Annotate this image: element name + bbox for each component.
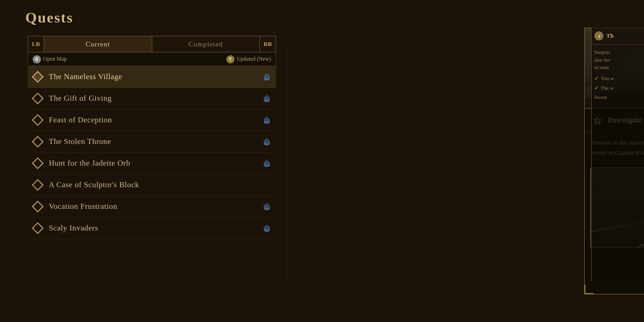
svg-rect-4 [264,165,270,167]
quest-list-item[interactable]: Scaly Invaders [28,218,276,239]
tab-completed[interactable]: Completed [152,36,260,52]
svg-rect-0 [264,78,270,80]
svg-rect-6 [264,230,270,231]
quest-item-name: Vocation Frustration [49,202,261,211]
quest-item-icon [31,200,44,213]
quest-list-item[interactable]: The Stolen Throne [28,131,276,153]
tab-current[interactable]: Current [44,36,152,52]
quest-list: The Nameless Village The Gift of Giving … [28,66,276,239]
svg-rect-3 [264,143,270,145]
svg-rect-2 [264,121,270,123]
quest-item-icon [31,70,44,83]
tab-rb-label: RB [259,36,276,52]
open-map-button[interactable]: R Open Map [28,55,71,63]
quest-hand-icon [261,136,272,147]
far-right-check-1: ✓ You w [594,75,641,82]
quest-item-icon [31,178,44,191]
tab-lb-label: LB [28,36,44,52]
sub-header: R Open Map Y Updated (New) [28,52,276,66]
screen: Quests LB Current Completed RB R Open Ma… [0,0,644,322]
quest-hand-icon [261,201,272,212]
quest-item-name: The Nameless Village [49,72,261,81]
tab-bar: LB Current Completed RB [28,36,276,52]
quest-list-item[interactable]: Hunt for the Jadeite Orb [28,153,276,174]
far-right-check-3: Invest [594,94,641,100]
far-right-content: Surpris/ulse So/ul runn ✓ You w ✓ The w … [592,45,644,104]
quest-item-name: Feast of Deception [49,115,261,125]
updated-new-label: Y Updated (New) [222,55,276,63]
quest-hand-icon [261,115,272,126]
open-map-label: Open Map [43,56,67,63]
far-right-check-2: ✓ The w [594,85,641,92]
quest-item-icon [31,92,44,105]
quest-item-name: The Stolen Throne [49,137,261,146]
far-right-title: Th [606,32,614,40]
quest-hand-icon [261,158,272,169]
quest-item-name: A Case of Sculptor's Block [49,180,272,190]
quest-list-item[interactable]: The Nameless Village [28,66,276,88]
left-panel: Quests LB Current Completed RB R Open Ma… [0,0,288,322]
quest-list-item[interactable]: The Gift of Giving [28,88,276,109]
quest-item-icon [31,135,44,148]
quest-list-item[interactable]: A Case of Sculptor's Block [28,174,276,196]
quest-hand-icon [261,71,272,82]
right-panel: Investigate the false Sovran and report … [288,0,644,322]
far-right-panel: ⬧ Th Surpris/ulse So/ul runn ✓ You w ✓ T… [591,28,644,281]
r-badge: R [33,55,41,63]
quest-item-icon [31,114,44,126]
page-title: Quests [25,9,73,26]
svg-rect-5 [264,208,270,210]
y-badge: Y [226,55,235,63]
quest-item-icon [31,157,44,170]
quest-item-icon [31,222,44,235]
quest-list-item[interactable]: Feast of Deception [28,109,276,131]
far-right-icon: ⬧ [594,31,604,40]
quest-hand-icon [261,223,272,234]
quest-hand-icon [261,93,272,104]
svg-rect-1 [264,100,270,102]
quest-list-item[interactable]: Vocation Frustration [28,196,276,218]
corner-bl [585,285,594,294]
quest-item-name: The Gift of Giving [49,94,261,103]
far-right-text-1: Surpris/ulse So/ul runn [594,48,641,71]
quest-item-name: Scaly Invaders [49,224,261,233]
quest-item-name: Hunt for the Jadeite Orb [49,159,261,168]
